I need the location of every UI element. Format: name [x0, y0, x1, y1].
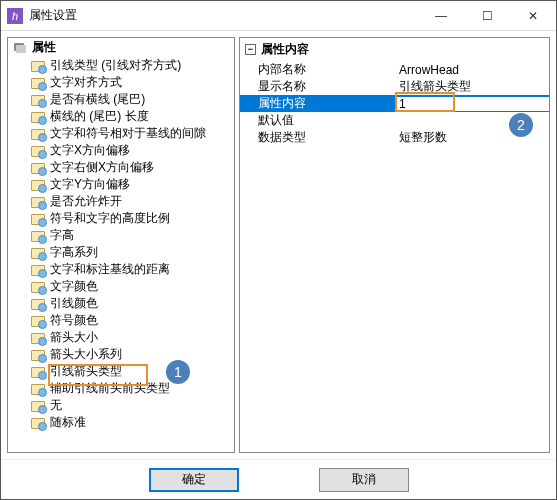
tree-root[interactable]: 属性: [8, 38, 234, 57]
tree-item-label: 横线的 (尾巴) 长度: [50, 108, 149, 125]
tree-item[interactable]: 文字和标注基线的距离: [8, 261, 234, 278]
tree-item[interactable]: 文字Y方向偏移: [8, 176, 234, 193]
button-bar: 确定 取消: [1, 459, 556, 499]
window-controls: — ☐ ✕: [418, 1, 556, 30]
property-icon: [30, 127, 46, 141]
property-label: 数据类型: [240, 129, 395, 146]
property-label: 属性内容: [240, 95, 395, 112]
tree-item[interactable]: 是否允许炸开: [8, 193, 234, 210]
property-label: 显示名称: [240, 78, 395, 95]
tree-item-label: 引线箭头类型: [50, 363, 122, 380]
property-icon: [30, 399, 46, 413]
tree-item[interactable]: 符号和文字的高度比例: [8, 210, 234, 227]
tree-item[interactable]: 字高系列: [8, 244, 234, 261]
tree-item-label: 随标准: [50, 414, 86, 431]
tree-item[interactable]: 无: [8, 397, 234, 414]
tree-item[interactable]: 随标准: [8, 414, 234, 431]
app-icon: h: [7, 8, 23, 24]
tree-item-label: 字高系列: [50, 244, 98, 261]
property-icon: [30, 76, 46, 90]
tree-root-label: 属性: [32, 39, 56, 56]
tree-item-label: 无: [50, 397, 62, 414]
property-icon: [30, 59, 46, 73]
property-grid: 内部名称ArrowHead显示名称引线箭头类型属性内容1默认值数据类型短整形数 …: [240, 61, 549, 452]
property-icon: [30, 348, 46, 362]
property-icon: [30, 195, 46, 209]
property-row[interactable]: 内部名称ArrowHead: [240, 61, 549, 78]
collapse-icon[interactable]: −: [245, 44, 256, 55]
tree-item[interactable]: 文字对齐方式: [8, 74, 234, 91]
tree-item[interactable]: 引线箭头类型: [8, 363, 234, 380]
tree-item-label: 引线颜色: [50, 295, 98, 312]
tree-item[interactable]: 文字和符号相对于基线的间隙: [8, 125, 234, 142]
property-row[interactable]: 显示名称引线箭头类型: [240, 78, 549, 95]
property-row[interactable]: 数据类型短整形数: [240, 129, 549, 146]
tree-item[interactable]: 字高: [8, 227, 234, 244]
property-icon: [30, 280, 46, 294]
right-panel-title: 属性内容: [261, 41, 309, 58]
tree-item[interactable]: 箭头大小系列: [8, 346, 234, 363]
tree-item-label: 字高: [50, 227, 74, 244]
property-icon: [30, 212, 46, 226]
close-button[interactable]: ✕: [510, 1, 556, 30]
property-value: 引线箭头类型: [395, 78, 549, 95]
tree-item-label: 引线类型 (引线对齐方式): [50, 57, 181, 74]
tree-item-label: 是否允许炸开: [50, 193, 122, 210]
property-icon: [30, 246, 46, 260]
property-icon: [30, 144, 46, 158]
property-icon: [30, 331, 46, 345]
tree-item[interactable]: 引线类型 (引线对齐方式): [8, 57, 234, 74]
property-value: 短整形数: [395, 129, 549, 146]
cancel-button[interactable]: 取消: [319, 468, 409, 492]
tree-item[interactable]: 文字右侧X方向偏移: [8, 159, 234, 176]
property-icon: [30, 229, 46, 243]
property-icon: [30, 161, 46, 175]
property-value: ArrowHead: [395, 63, 549, 77]
right-panel: − 属性内容 内部名称ArrowHead显示名称引线箭头类型属性内容1默认值数据…: [239, 37, 550, 453]
property-row[interactable]: 默认值: [240, 112, 549, 129]
book-icon: [12, 41, 28, 55]
maximize-button[interactable]: ☐: [464, 1, 510, 30]
dialog-window: h 属性设置 — ☐ ✕ 属性 引线类型 (引线对齐方式)文字对齐方式是否有横线…: [0, 0, 557, 500]
tree-item[interactable]: 引线颜色: [8, 295, 234, 312]
property-row[interactable]: 属性内容1: [240, 95, 549, 112]
tree-item-label: 文字X方向偏移: [50, 142, 130, 159]
ok-button[interactable]: 确定: [149, 468, 239, 492]
tree-item-label: 文字和标注基线的距离: [50, 261, 170, 278]
title-bar: h 属性设置 — ☐ ✕: [1, 1, 556, 31]
tree-item-label: 箭头大小: [50, 329, 98, 346]
tree-item-label: 文字对齐方式: [50, 74, 122, 91]
property-icon: [30, 93, 46, 107]
window-title: 属性设置: [29, 7, 418, 24]
property-icon: [30, 416, 46, 430]
tree-item[interactable]: 符号颜色: [8, 312, 234, 329]
right-panel-header[interactable]: − 属性内容: [240, 38, 549, 61]
tree-item[interactable]: 文字颜色: [8, 278, 234, 295]
property-icon: [30, 110, 46, 124]
tree-item[interactable]: 是否有横线 (尾巴): [8, 91, 234, 108]
tree-item-label: 辅助引线前头前头类型: [50, 380, 170, 397]
tree-item-label: 符号和文字的高度比例: [50, 210, 170, 227]
tree-item-label: 箭头大小系列: [50, 346, 122, 363]
property-value[interactable]: 1: [395, 97, 549, 111]
tree-item-label: 文字颜色: [50, 278, 98, 295]
tree-item-label: 是否有横线 (尾巴): [50, 91, 145, 108]
property-icon: [30, 314, 46, 328]
minimize-button[interactable]: —: [418, 1, 464, 30]
property-tree[interactable]: 属性 引线类型 (引线对齐方式)文字对齐方式是否有横线 (尾巴)横线的 (尾巴)…: [8, 38, 234, 452]
property-label: 默认值: [240, 112, 395, 129]
content-area: 属性 引线类型 (引线对齐方式)文字对齐方式是否有横线 (尾巴)横线的 (尾巴)…: [1, 31, 556, 459]
tree-item[interactable]: 文字X方向偏移: [8, 142, 234, 159]
tree-item-label: 文字和符号相对于基线的间隙: [50, 125, 206, 142]
property-icon: [30, 382, 46, 396]
tree-item-label: 符号颜色: [50, 312, 98, 329]
tree-item-label: 文字Y方向偏移: [50, 176, 130, 193]
tree-item[interactable]: 辅助引线前头前头类型: [8, 380, 234, 397]
left-panel: 属性 引线类型 (引线对齐方式)文字对齐方式是否有横线 (尾巴)横线的 (尾巴)…: [7, 37, 235, 453]
tree-item[interactable]: 箭头大小: [8, 329, 234, 346]
tree-item[interactable]: 横线的 (尾巴) 长度: [8, 108, 234, 125]
property-icon: [30, 297, 46, 311]
property-icon: [30, 263, 46, 277]
tree-item-label: 文字右侧X方向偏移: [50, 159, 154, 176]
property-label: 内部名称: [240, 61, 395, 78]
